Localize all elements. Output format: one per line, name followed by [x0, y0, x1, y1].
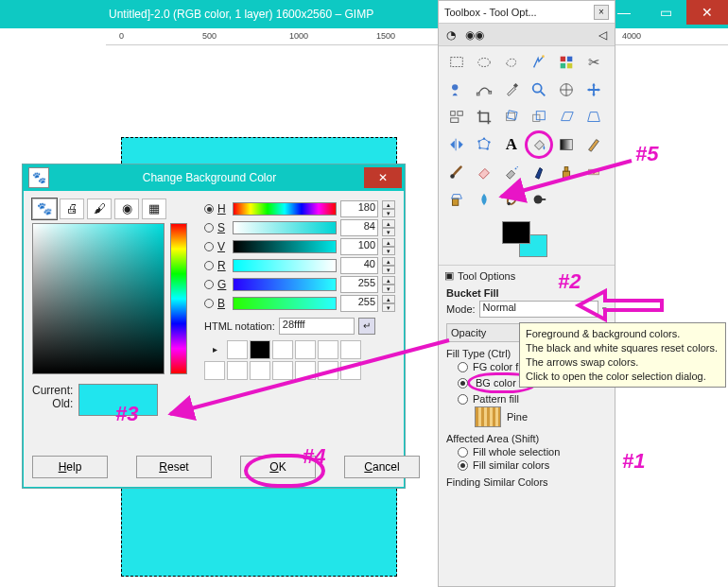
channel-slider-b[interactable] [233, 297, 337, 310]
help-button[interactable]: Help [32, 456, 108, 478]
palette-selector-tab[interactable]: ▦ [142, 199, 166, 219]
fill-whole-option[interactable]: Fill whole selection [458, 446, 607, 458]
channel-radio-b[interactable] [204, 299, 214, 308]
saturation-value-field[interactable] [32, 223, 165, 374]
watercolor-selector-tab[interactable]: 🖌 [87, 199, 112, 219]
history-swatch[interactable] [250, 361, 270, 380]
pencil-tool[interactable] [581, 132, 606, 157]
measure-tool[interactable] [554, 78, 579, 102]
tool-options-header[interactable]: ▣ Tool Options [439, 265, 615, 285]
current-old-swatch[interactable] [78, 384, 158, 416]
scissors-tool[interactable]: ✂ [581, 50, 606, 75]
channel-value-s[interactable]: 84 [340, 219, 378, 236]
channel-value-b[interactable]: 255 [340, 295, 378, 312]
window-close-button[interactable]: ✕ [686, 0, 728, 25]
history-arrow-icon[interactable]: ▸ [204, 340, 225, 359]
perspective-clone-tool[interactable] [444, 187, 469, 212]
rotate-tool[interactable] [499, 105, 524, 129]
toolbox-titlebar[interactable]: Toolbox - Tool Opt... × [439, 1, 615, 24]
fill-similar-option[interactable]: Fill similar colors [458, 459, 607, 471]
channel-slider-g[interactable] [233, 278, 337, 291]
cage-tool[interactable] [472, 132, 496, 157]
channel-spinner[interactable]: ▴▾ [382, 200, 395, 217]
paths-tool[interactable] [472, 78, 496, 102]
channel-radio-s[interactable] [204, 223, 214, 233]
history-swatch[interactable] [340, 361, 361, 380]
channel-radio-r[interactable] [204, 261, 214, 270]
history-swatch[interactable] [318, 361, 338, 380]
heal-tool[interactable] [581, 160, 606, 184]
history-swatch[interactable] [318, 340, 338, 359]
blur-tool[interactable] [472, 187, 496, 212]
scale-tool[interactable] [527, 105, 551, 129]
channel-spinner[interactable]: ▴▾ [382, 219, 395, 236]
pattern-swatch[interactable] [475, 406, 501, 427]
text-tool[interactable]: A [499, 132, 524, 157]
color-picker-tool[interactable] [499, 78, 524, 102]
paintbrush-tool[interactable] [444, 160, 469, 184]
history-swatch[interactable] [295, 340, 316, 359]
dialog-close-button[interactable]: ✕ [364, 167, 402, 188]
history-swatch[interactable] [340, 340, 361, 359]
history-swatch[interactable] [250, 340, 270, 359]
history-swatch[interactable] [272, 361, 293, 380]
eraser-tool[interactable] [472, 160, 496, 184]
by-color-select-tool[interactable] [554, 50, 579, 75]
channel-value-v[interactable]: 100 [340, 238, 378, 255]
ok-button[interactable]: OK [240, 456, 316, 478]
channel-slider-v[interactable] [233, 240, 337, 253]
airbrush-tool[interactable] [499, 160, 524, 184]
fg-bg-swatch[interactable] [498, 219, 555, 261]
channel-value-r[interactable]: 40 [340, 257, 378, 274]
dodge-burn-tool[interactable] [527, 187, 551, 212]
channel-spinner[interactable]: ▴▾ [382, 238, 395, 255]
channel-slider-s[interactable] [233, 221, 337, 234]
history-swatch[interactable] [227, 361, 248, 380]
hue-slider[interactable] [170, 223, 187, 374]
foreground-select-tool[interactable] [444, 78, 469, 102]
channel-spinner[interactable]: ▴▾ [382, 295, 395, 312]
foreground-color-swatch[interactable] [502, 221, 530, 244]
wheel-selector-tab[interactable]: ◉ [114, 199, 139, 219]
ellipse-select-tool[interactable] [472, 50, 496, 75]
shear-tool[interactable] [554, 105, 579, 129]
crop-tool[interactable] [472, 105, 496, 129]
window-maximize-button[interactable]: ▭ [645, 0, 686, 25]
fuzzy-select-tool[interactable] [527, 50, 551, 75]
free-select-tool[interactable] [499, 50, 524, 75]
history-swatch[interactable] [204, 361, 225, 380]
channel-spinner[interactable]: ▴▾ [382, 276, 395, 293]
channel-slider-h[interactable] [233, 202, 337, 216]
channel-spinner[interactable]: ▴▾ [382, 257, 395, 274]
channel-radio-g[interactable] [204, 280, 214, 289]
blend-tool[interactable] [554, 132, 579, 157]
smudge-tool[interactable] [499, 187, 524, 212]
flip-tool[interactable] [444, 132, 469, 157]
history-swatch[interactable] [272, 340, 293, 359]
zoom-tool[interactable] [527, 78, 551, 102]
clone-tool[interactable] [554, 160, 579, 184]
history-swatch[interactable] [227, 340, 248, 359]
mode-dropdown-icon[interactable]: ▾ [602, 304, 607, 314]
history-swatch[interactable] [295, 361, 316, 380]
channel-slider-r[interactable] [233, 259, 337, 272]
ink-tool[interactable] [527, 160, 551, 184]
reset-button[interactable]: Reset [136, 456, 212, 478]
rect-select-tool[interactable] [444, 50, 469, 75]
channel-value-g[interactable]: 255 [340, 276, 378, 293]
pattern-fill-option[interactable]: Pattern fill [458, 393, 607, 405]
channel-radio-v[interactable] [204, 242, 214, 251]
mode-select[interactable]: Normal [479, 301, 598, 318]
bucket-fill-tool[interactable] [527, 132, 551, 157]
dialog-titlebar[interactable]: 🐾 Change Background Color ✕ [23, 164, 405, 191]
html-notation-input[interactable]: 28ffff [279, 318, 355, 335]
channel-radio-h[interactable] [204, 204, 214, 214]
cancel-button[interactable]: Cancel [344, 456, 420, 478]
channel-value-h[interactable]: 180 [340, 200, 378, 217]
cmyk-selector-tab[interactable]: 🖨 [60, 199, 84, 219]
toolbox-close-icon[interactable]: × [594, 5, 609, 20]
move-tool[interactable] [581, 78, 606, 102]
perspective-tool[interactable] [581, 105, 606, 129]
gimp-selector-tab[interactable]: 🐾 [32, 199, 57, 219]
align-tool[interactable] [444, 105, 469, 129]
